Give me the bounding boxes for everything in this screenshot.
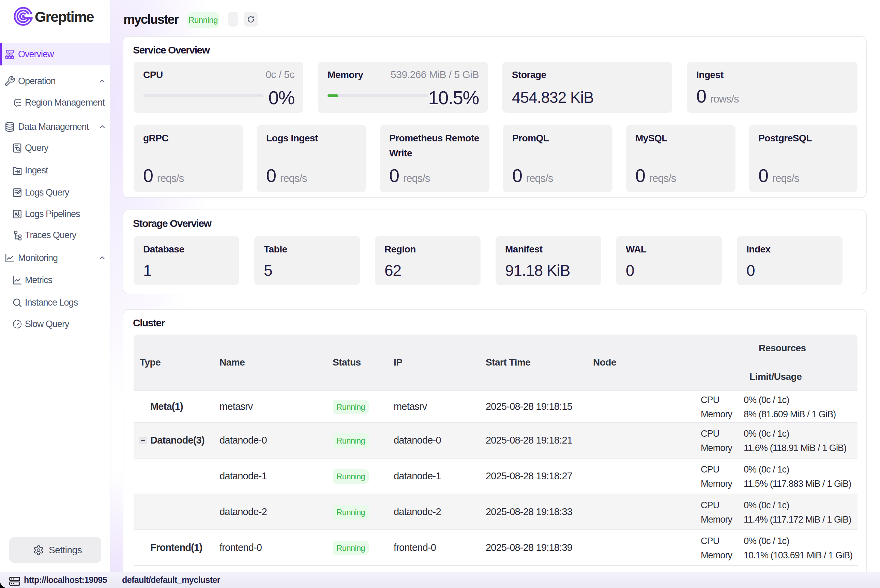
svg-text:Greptime: Greptime (35, 9, 94, 25)
